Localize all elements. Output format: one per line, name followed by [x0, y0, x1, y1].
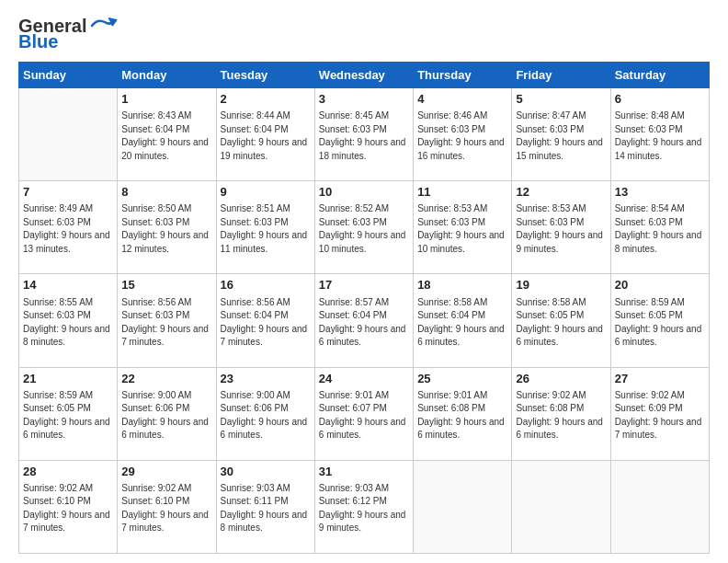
day-info: Sunrise: 9:01 AMSunset: 6:07 PMDaylight:… — [319, 389, 409, 442]
day-info: Sunrise: 8:43 AMSunset: 6:04 PMDaylight:… — [121, 109, 211, 163]
calendar-cell: 20Sunrise: 8:59 AMSunset: 6:05 PMDayligh… — [610, 274, 709, 367]
weekday-header: Monday — [118, 63, 216, 88]
calendar-cell: 15Sunrise: 8:56 AMSunset: 6:03 PMDayligh… — [118, 274, 216, 367]
day-info: Sunrise: 9:02 AMSunset: 6:08 PMDaylight:… — [516, 389, 606, 442]
day-number: 22 — [121, 371, 211, 387]
day-number: 11 — [417, 184, 507, 201]
calendar-page: General Blue SundayMondayTuesdayWednesda… — [0, 0, 728, 563]
day-info: Sunrise: 8:46 AMSunset: 6:03 PMDaylight:… — [417, 109, 507, 163]
day-number: 9 — [221, 184, 311, 201]
day-number: 10 — [319, 184, 409, 201]
day-info: Sunrise: 8:53 AMSunset: 6:03 PMDaylight:… — [516, 202, 606, 256]
day-info: Sunrise: 8:54 AMSunset: 6:03 PMDaylight:… — [615, 202, 705, 256]
calendar-cell: 2Sunrise: 8:44 AMSunset: 6:04 PMDaylight… — [216, 88, 314, 181]
calendar-cell: 17Sunrise: 8:57 AMSunset: 6:04 PMDayligh… — [314, 274, 413, 367]
day-number: 26 — [516, 371, 606, 387]
day-number: 30 — [221, 464, 311, 480]
calendar-cell: 28Sunrise: 9:02 AMSunset: 6:10 PMDayligh… — [19, 460, 118, 553]
day-number: 25 — [417, 371, 507, 387]
day-info: Sunrise: 8:53 AMSunset: 6:03 PMDaylight:… — [417, 202, 507, 256]
calendar-week-row: 21Sunrise: 8:59 AMSunset: 6:05 PMDayligh… — [19, 367, 710, 460]
day-number: 21 — [23, 371, 113, 387]
header: General Blue — [18, 17, 710, 52]
weekday-header: Thursday — [414, 63, 512, 88]
day-number: 8 — [121, 184, 211, 201]
calendar-cell: 24Sunrise: 9:01 AMSunset: 6:07 PMDayligh… — [314, 367, 413, 460]
day-number: 7 — [23, 184, 113, 201]
calendar-cell — [512, 460, 610, 553]
calendar-table: SundayMondayTuesdayWednesdayThursdayFrid… — [18, 62, 710, 554]
day-number: 29 — [121, 464, 211, 480]
weekday-header-row: SundayMondayTuesdayWednesdayThursdayFrid… — [19, 63, 710, 88]
day-number: 4 — [417, 91, 507, 108]
calendar-week-row: 1Sunrise: 8:43 AMSunset: 6:04 PMDaylight… — [19, 88, 710, 181]
day-number: 3 — [319, 91, 409, 108]
calendar-cell: 7Sunrise: 8:49 AMSunset: 6:03 PMDaylight… — [19, 181, 118, 274]
day-info: Sunrise: 9:03 AMSunset: 6:12 PMDaylight:… — [319, 482, 409, 535]
day-number: 16 — [221, 277, 311, 293]
day-info: Sunrise: 8:56 AMSunset: 6:03 PMDaylight:… — [121, 296, 211, 350]
day-number: 6 — [615, 91, 705, 108]
calendar-cell: 29Sunrise: 9:02 AMSunset: 6:10 PMDayligh… — [118, 460, 216, 553]
calendar-cell: 21Sunrise: 8:59 AMSunset: 6:05 PMDayligh… — [19, 367, 118, 460]
day-number: 12 — [516, 184, 606, 201]
day-info: Sunrise: 8:50 AMSunset: 6:03 PMDaylight:… — [121, 202, 211, 256]
day-info: Sunrise: 9:02 AMSunset: 6:10 PMDaylight:… — [121, 482, 211, 535]
day-info: Sunrise: 8:55 AMSunset: 6:03 PMDaylight:… — [23, 296, 113, 350]
weekday-header: Sunday — [19, 63, 118, 88]
weekday-header: Tuesday — [216, 63, 314, 88]
calendar-cell: 12Sunrise: 8:53 AMSunset: 6:03 PMDayligh… — [512, 181, 610, 274]
calendar-cell: 16Sunrise: 8:56 AMSunset: 6:04 PMDayligh… — [216, 274, 314, 367]
calendar-cell — [610, 460, 709, 553]
calendar-cell: 13Sunrise: 8:54 AMSunset: 6:03 PMDayligh… — [610, 181, 709, 274]
calendar-cell: 23Sunrise: 9:00 AMSunset: 6:06 PMDayligh… — [216, 367, 314, 460]
calendar-cell: 18Sunrise: 8:58 AMSunset: 6:04 PMDayligh… — [414, 274, 512, 367]
weekday-header: Saturday — [610, 63, 709, 88]
day-number: 14 — [23, 277, 113, 293]
calendar-cell: 10Sunrise: 8:52 AMSunset: 6:03 PMDayligh… — [314, 181, 413, 274]
calendar-cell: 9Sunrise: 8:51 AMSunset: 6:03 PMDaylight… — [216, 181, 314, 274]
day-info: Sunrise: 9:03 AMSunset: 6:11 PMDaylight:… — [221, 482, 311, 535]
calendar-cell: 22Sunrise: 9:00 AMSunset: 6:06 PMDayligh… — [118, 367, 216, 460]
logo: General Blue — [18, 17, 118, 52]
day-info: Sunrise: 8:47 AMSunset: 6:03 PMDaylight:… — [516, 109, 606, 163]
calendar-cell: 4Sunrise: 8:46 AMSunset: 6:03 PMDaylight… — [414, 88, 512, 181]
day-number: 27 — [615, 371, 705, 387]
day-number: 5 — [516, 91, 606, 108]
day-number: 18 — [417, 277, 507, 293]
calendar-cell: 30Sunrise: 9:03 AMSunset: 6:11 PMDayligh… — [216, 460, 314, 553]
day-info: Sunrise: 8:51 AMSunset: 6:03 PMDaylight:… — [221, 202, 311, 256]
calendar-week-row: 14Sunrise: 8:55 AMSunset: 6:03 PMDayligh… — [19, 274, 710, 367]
day-info: Sunrise: 8:59 AMSunset: 6:05 PMDaylight:… — [23, 389, 113, 442]
weekday-header: Friday — [512, 63, 610, 88]
day-number: 13 — [615, 184, 705, 201]
day-number: 31 — [319, 464, 409, 480]
calendar-cell: 6Sunrise: 8:48 AMSunset: 6:03 PMDaylight… — [610, 88, 709, 181]
day-info: Sunrise: 8:45 AMSunset: 6:03 PMDaylight:… — [319, 109, 409, 163]
calendar-cell: 11Sunrise: 8:53 AMSunset: 6:03 PMDayligh… — [414, 181, 512, 274]
calendar-cell: 25Sunrise: 9:01 AMSunset: 6:08 PMDayligh… — [414, 367, 512, 460]
day-info: Sunrise: 8:58 AMSunset: 6:05 PMDaylight:… — [516, 296, 606, 350]
day-info: Sunrise: 8:48 AMSunset: 6:03 PMDaylight:… — [615, 109, 705, 163]
calendar-week-row: 28Sunrise: 9:02 AMSunset: 6:10 PMDayligh… — [19, 460, 710, 553]
day-number: 28 — [23, 464, 113, 480]
day-info: Sunrise: 8:49 AMSunset: 6:03 PMDaylight:… — [23, 202, 113, 256]
calendar-cell: 14Sunrise: 8:55 AMSunset: 6:03 PMDayligh… — [19, 274, 118, 367]
day-number: 2 — [221, 91, 311, 108]
day-info: Sunrise: 8:44 AMSunset: 6:04 PMDaylight:… — [221, 109, 311, 163]
day-number: 15 — [121, 277, 211, 293]
day-info: Sunrise: 8:52 AMSunset: 6:03 PMDaylight:… — [319, 202, 409, 256]
calendar-cell: 27Sunrise: 9:02 AMSunset: 6:09 PMDayligh… — [610, 367, 709, 460]
calendar-week-row: 7Sunrise: 8:49 AMSunset: 6:03 PMDaylight… — [19, 181, 710, 274]
day-info: Sunrise: 9:02 AMSunset: 6:09 PMDaylight:… — [615, 389, 705, 442]
day-number: 24 — [319, 371, 409, 387]
calendar-cell: 31Sunrise: 9:03 AMSunset: 6:12 PMDayligh… — [314, 460, 413, 553]
calendar-cell: 26Sunrise: 9:02 AMSunset: 6:08 PMDayligh… — [512, 367, 610, 460]
calendar-cell — [19, 88, 118, 181]
calendar-cell: 8Sunrise: 8:50 AMSunset: 6:03 PMDaylight… — [118, 181, 216, 274]
calendar-cell: 19Sunrise: 8:58 AMSunset: 6:05 PMDayligh… — [512, 274, 610, 367]
day-info: Sunrise: 8:59 AMSunset: 6:05 PMDaylight:… — [615, 296, 705, 350]
day-number: 1 — [121, 91, 211, 108]
calendar-cell — [414, 460, 512, 553]
day-number: 23 — [221, 371, 311, 387]
